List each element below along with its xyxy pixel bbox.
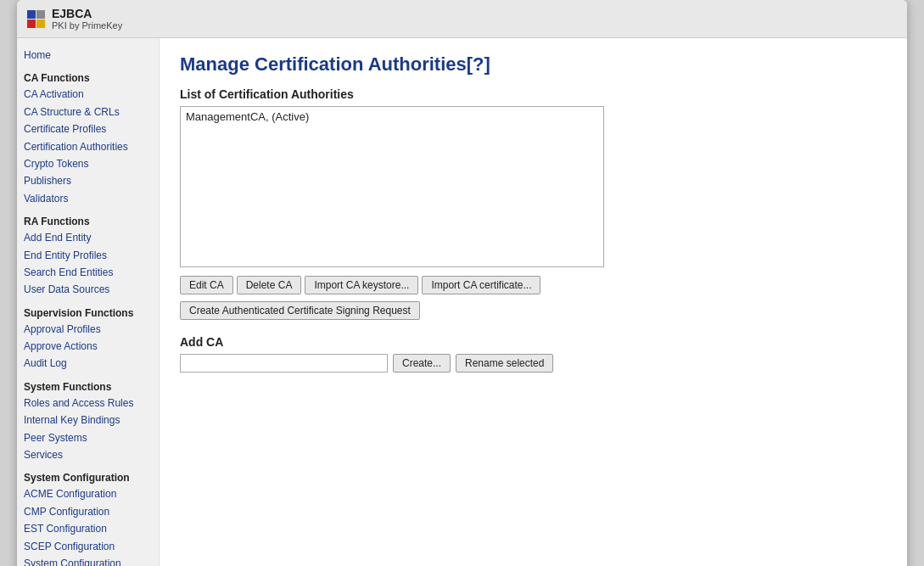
sidebar-item-certificate-profiles[interactable]: Certificate Profiles bbox=[24, 120, 152, 137]
add-ca-input[interactable] bbox=[180, 354, 388, 373]
sidebar-item-approval-profiles[interactable]: Approval Profiles bbox=[24, 321, 152, 338]
logo-icon bbox=[27, 10, 45, 28]
logo-text: EJBCA PKI by PrimeKey bbox=[52, 7, 122, 31]
sidebar-item-est-config[interactable]: EST Configuration bbox=[24, 520, 152, 537]
sidebar-header-ca-functions: CA Functions bbox=[24, 72, 152, 84]
sidebar-header-system-configuration: System Configuration bbox=[24, 472, 152, 484]
sidebar-item-approve-actions[interactable]: Approve Actions bbox=[24, 338, 152, 355]
sidebar-item-ca-structure[interactable]: CA Structure & CRLs bbox=[24, 104, 152, 120]
sidebar-item-certification-authorities[interactable]: Certification Authorities bbox=[24, 138, 152, 155]
logo-title: EJBCA bbox=[52, 7, 122, 20]
list-section-title: List of Certification Authorities bbox=[180, 87, 887, 101]
title-bar: EJBCA PKI by PrimeKey bbox=[17, 0, 907, 38]
add-ca-title: Add CA bbox=[180, 335, 887, 349]
sidebar-item-system-config[interactable]: System Configuration bbox=[24, 555, 152, 566]
logo-subtitle: PKI by PrimeKey bbox=[52, 20, 122, 31]
sidebar: Home CA Functions CA Activation CA Struc… bbox=[17, 38, 160, 566]
content-area: Manage Certification Authorities[?] List… bbox=[160, 38, 907, 566]
sidebar-item-validators[interactable]: Validators bbox=[24, 190, 152, 207]
sidebar-item-audit-log[interactable]: Audit Log bbox=[24, 355, 152, 372]
sidebar-item-search-end-entities[interactable]: Search End Entities bbox=[24, 264, 152, 281]
delete-ca-button[interactable]: Delete CA bbox=[237, 276, 302, 294]
add-ca-section: Add CA Create... Rename selected bbox=[180, 335, 887, 373]
sidebar-item-internal-key-bindings[interactable]: Internal Key Bindings bbox=[24, 412, 152, 429]
ca-action-buttons: Edit CA Delete CA Import CA keystore... … bbox=[180, 276, 887, 294]
create-button[interactable]: Create... bbox=[393, 354, 451, 373]
logo-sq2 bbox=[36, 10, 45, 19]
sidebar-header-system-functions: System Functions bbox=[24, 381, 152, 393]
page-title: Manage Certification Authorities[?] bbox=[180, 53, 887, 76]
rename-selected-button[interactable]: Rename selected bbox=[456, 354, 553, 373]
logo-sq4 bbox=[36, 20, 45, 28]
edit-ca-button[interactable]: Edit CA bbox=[180, 276, 233, 294]
sidebar-item-add-end-entity[interactable]: Add End Entity bbox=[24, 229, 152, 246]
ca-list-item[interactable]: ManagementCA, (Active) bbox=[186, 110, 598, 123]
sidebar-item-end-entity-profiles[interactable]: End Entity Profiles bbox=[24, 247, 152, 264]
sidebar-item-peer-systems[interactable]: Peer Systems bbox=[24, 429, 152, 446]
sidebar-item-publishers[interactable]: Publishers bbox=[24, 172, 152, 189]
ca-list-box[interactable]: ManagementCA, (Active) bbox=[180, 106, 604, 267]
logo-sq1 bbox=[27, 10, 36, 19]
application-window: EJBCA PKI by PrimeKey Home CA Functions … bbox=[17, 0, 907, 566]
main-area: Home CA Functions CA Activation CA Struc… bbox=[17, 38, 907, 566]
sidebar-item-user-data-sources[interactable]: User Data Sources bbox=[24, 281, 152, 298]
sidebar-item-services[interactable]: Services bbox=[24, 446, 152, 463]
sidebar-item-home[interactable]: Home bbox=[24, 47, 152, 64]
import-certificate-button[interactable]: Import CA certificate... bbox=[422, 276, 540, 294]
sidebar-item-acme-config[interactable]: ACME Configuration bbox=[24, 485, 152, 502]
create-csr-button[interactable]: Create Authenticated Certificate Signing… bbox=[180, 301, 420, 320]
logo-sq3 bbox=[27, 20, 36, 28]
sidebar-item-scep-config[interactable]: SCEP Configuration bbox=[24, 538, 152, 555]
create-csr-row: Create Authenticated Certificate Signing… bbox=[180, 301, 887, 332]
logo: EJBCA PKI by PrimeKey bbox=[27, 7, 122, 31]
import-keystore-button[interactable]: Import CA keystore... bbox=[305, 276, 418, 294]
sidebar-header-ra-functions: RA Functions bbox=[24, 216, 152, 227]
sidebar-item-ca-activation[interactable]: CA Activation bbox=[24, 86, 152, 103]
sidebar-item-crypto-tokens[interactable]: Crypto Tokens bbox=[24, 155, 152, 172]
add-ca-row: Create... Rename selected bbox=[180, 354, 887, 373]
sidebar-item-roles-access[interactable]: Roles and Access Rules bbox=[24, 395, 152, 412]
sidebar-item-cmp-config[interactable]: CMP Configuration bbox=[24, 503, 152, 520]
sidebar-header-supervision-functions: Supervision Functions bbox=[24, 307, 152, 319]
